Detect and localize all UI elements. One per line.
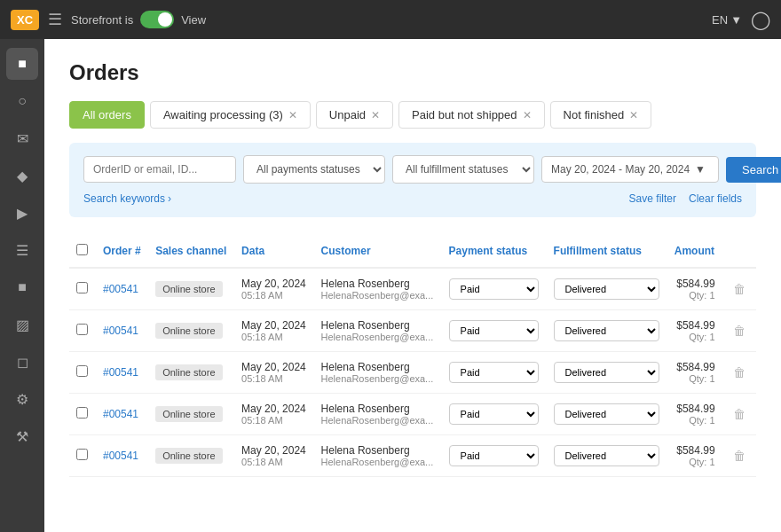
row-order-num: #00541	[96, 268, 148, 310]
topnav-middle: Storefront is View	[71, 11, 703, 28]
row-payment-status: Paid Unpaid Partially paid	[442, 352, 547, 394]
sidebar-item-flow[interactable]: ▶	[6, 197, 38, 229]
row-checkbox-cell	[69, 352, 96, 394]
sidebar-item-email[interactable]: ✉	[6, 122, 38, 154]
sidebar-item-list[interactable]: ☰	[6, 234, 38, 266]
sidebar-item-gift[interactable]: ◆	[6, 160, 38, 192]
date-range-label: May 20, 2024 - May 20, 2024	[551, 163, 690, 176]
col-fulfillment-status: Fulfillment status	[547, 235, 667, 268]
fulfillment-status-row-select[interactable]: Delivered Not shipped Partially shipped	[554, 445, 659, 466]
channel-badge: Online store	[155, 448, 222, 464]
filter-actions: Save filter Clear fields	[629, 192, 742, 205]
filter-row: All payments statuses Paid Unpaid Partia…	[83, 155, 742, 184]
row-channel: Online store	[148, 435, 234, 477]
date-time: 05:18 AM	[241, 332, 306, 342]
sidebar-item-tags[interactable]: ○	[6, 85, 38, 117]
tab-unpaid[interactable]: Unpaid ✕	[316, 101, 393, 129]
search-button[interactable]: Search	[726, 157, 781, 183]
view-label: View	[181, 13, 206, 27]
row-order-num: #00541	[96, 352, 148, 394]
row-date: May 20, 2024 05:18 AM	[234, 435, 313, 477]
row-checkbox-0[interactable]	[76, 282, 88, 293]
topnav: XC ☰ Storefront is View EN ▼ ◯	[0, 0, 781, 39]
tab-not-finished[interactable]: Not finished ✕	[550, 101, 652, 129]
customer-email: HelenaRosenberg@exa...	[321, 332, 435, 342]
delete-row-button[interactable]: 🗑	[730, 362, 749, 383]
tab-all-orders[interactable]: All orders	[69, 101, 145, 129]
order-number-link[interactable]: #00541	[103, 283, 138, 295]
sidebar-item-dashboard[interactable]: ■	[6, 48, 38, 80]
payment-status-row-select[interactable]: Paid Unpaid Partially paid	[449, 278, 539, 300]
delete-row-button[interactable]: 🗑	[730, 445, 749, 466]
clear-fields-link[interactable]: Clear fields	[689, 192, 742, 205]
sidebar-item-settings[interactable]: ⚙	[6, 383, 38, 415]
tab-awaiting-processing[interactable]: Awaiting processing (3) ✕	[150, 101, 311, 129]
row-delete-cell: 🗑	[722, 352, 756, 394]
sidebar-item-wrench[interactable]: ⚒	[6, 420, 38, 452]
amount-main: $584.99	[674, 319, 715, 332]
storefront-toggle[interactable]	[140, 11, 174, 28]
tab-not-finished-close[interactable]: ✕	[629, 110, 638, 121]
fulfillment-status-row-select[interactable]: Delivered Not shipped Partially shipped	[554, 320, 659, 341]
row-customer: Helena Rosenberg HelenaRosenberg@exa...	[314, 352, 442, 394]
filter-links: Search keywords › Save filter Clear fiel…	[83, 192, 742, 205]
sidebar-item-box[interactable]: ◻	[6, 346, 38, 378]
payment-status-row-select[interactable]: Paid Unpaid Partially paid	[449, 445, 539, 466]
delete-row-button[interactable]: 🗑	[730, 320, 749, 341]
row-checkbox-1[interactable]	[76, 324, 88, 335]
row-checkbox-cell	[69, 268, 96, 310]
order-search-input[interactable]	[83, 156, 236, 183]
row-order-num: #00541	[96, 435, 148, 477]
payment-status-row-select[interactable]: Paid Unpaid Partially paid	[449, 362, 539, 383]
user-icon[interactable]: ◯	[751, 9, 770, 30]
order-number-link[interactable]: #00541	[103, 366, 138, 379]
row-fulfillment-status: Delivered Not shipped Partially shipped	[547, 394, 667, 435]
fulfillment-status-select[interactable]: All fulfillment statuses Delivered Not s…	[392, 155, 534, 184]
row-amount: $584.99 Qty: 1	[667, 268, 722, 310]
row-date: May 20, 2024 05:18 AM	[234, 268, 313, 310]
order-number-link[interactable]: #00541	[103, 450, 138, 462]
row-checkbox-2[interactable]	[76, 365, 88, 377]
payment-status-row-select[interactable]: Paid Unpaid Partially paid	[449, 320, 539, 341]
tab-unpaid-close[interactable]: ✕	[371, 110, 380, 121]
customer-email: HelenaRosenberg@exa...	[321, 415, 435, 426]
save-filter-link[interactable]: Save filter	[629, 192, 676, 205]
row-customer: Helena Rosenberg HelenaRosenberg@exa...	[314, 268, 442, 310]
date-main: May 20, 2024	[241, 444, 306, 457]
row-amount: $584.99 Qty: 1	[667, 310, 722, 352]
search-keywords-link[interactable]: Search keywords ›	[83, 192, 171, 205]
fulfillment-status-row-select[interactable]: Delivered Not shipped Partially shipped	[554, 362, 659, 383]
delete-row-button[interactable]: 🗑	[730, 403, 749, 425]
lang-label: EN	[712, 13, 728, 27]
amount-qty: Qty: 1	[674, 332, 715, 342]
row-channel: Online store	[148, 268, 234, 310]
delete-row-button[interactable]: 🗑	[730, 278, 749, 300]
tabs-bar: All orders Awaiting processing (3) ✕ Unp…	[69, 101, 756, 129]
order-number-link[interactable]: #00541	[103, 325, 138, 337]
tab-awaiting-processing-close[interactable]: ✕	[288, 110, 297, 121]
row-customer: Helena Rosenberg HelenaRosenberg@exa...	[314, 394, 442, 435]
customer-name: Helena Rosenberg	[321, 444, 435, 457]
lang-selector[interactable]: EN ▼	[712, 13, 742, 27]
row-payment-status: Paid Unpaid Partially paid	[442, 394, 547, 435]
row-checkbox-3[interactable]	[76, 407, 88, 419]
topnav-right: EN ▼ ◯	[712, 9, 770, 30]
hamburger-icon[interactable]: ☰	[48, 10, 62, 29]
row-checkbox-4[interactable]	[76, 449, 88, 460]
row-payment-status: Paid Unpaid Partially paid	[442, 435, 547, 477]
date-range-picker[interactable]: May 20, 2024 - May 20, 2024 ▼	[541, 156, 719, 183]
sidebar-item-image[interactable]: ▨	[6, 309, 38, 340]
tab-unpaid-label: Unpaid	[329, 108, 366, 121]
order-number-link[interactable]: #00541	[103, 408, 138, 420]
xc-logo[interactable]: XC	[11, 10, 39, 30]
orders-table: Order # Sales channel Data Customer Paym…	[69, 235, 756, 477]
fulfillment-status-row-select[interactable]: Delivered Not shipped Partially shipped	[554, 278, 659, 300]
sidebar-item-puzzle[interactable]: ■	[6, 271, 38, 303]
tab-paid-not-shipped-close[interactable]: ✕	[523, 110, 532, 121]
select-all-checkbox[interactable]	[76, 244, 88, 255]
fulfillment-status-row-select[interactable]: Delivered Not shipped Partially shipped	[554, 403, 659, 425]
payment-status-select[interactable]: All payments statuses Paid Unpaid Partia…	[243, 155, 385, 184]
payment-status-row-select[interactable]: Paid Unpaid Partially paid	[449, 403, 539, 425]
tab-paid-not-shipped[interactable]: Paid but not shipped ✕	[398, 101, 545, 129]
table-row: #00541 Online store May 20, 2024 05:18 A…	[69, 352, 756, 394]
